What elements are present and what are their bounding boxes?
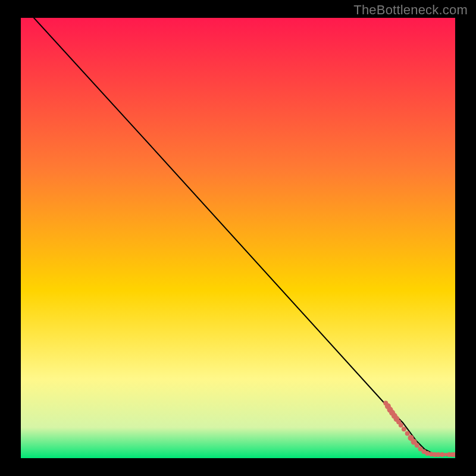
data-point-marker [399, 423, 403, 428]
gradient-background [21, 18, 455, 458]
data-point-marker [415, 443, 419, 448]
data-point-marker [440, 452, 444, 457]
watermark-text: TheBottleneck.com [353, 2, 468, 18]
plot-area [21, 18, 455, 458]
data-point-marker [405, 431, 410, 436]
chart-stage: TheBottleneck.com [0, 0, 476, 476]
chart-svg [21, 18, 455, 458]
data-point-marker [402, 427, 406, 431]
